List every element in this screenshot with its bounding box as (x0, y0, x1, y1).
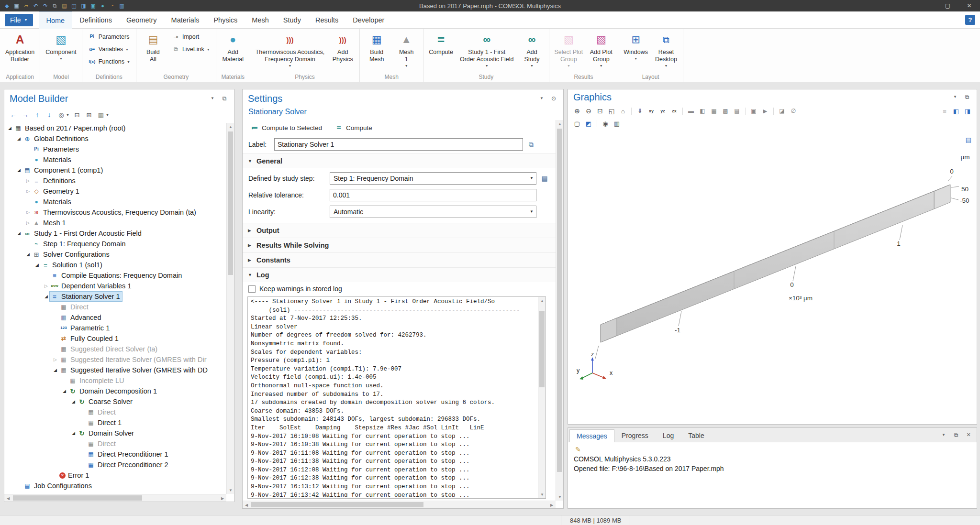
zoom-extents-button[interactable]: ◱ (606, 106, 617, 116)
model-tree-horizontal-scrollbar[interactable]: ◀ ▶ (4, 494, 226, 502)
help-button[interactable]: ? (965, 15, 975, 25)
model-tree-vertical-scrollbar[interactable]: ▲ ▼ (226, 123, 234, 494)
parameters-button[interactable]: PiParameters (85, 31, 134, 43)
add-plot-group-button[interactable]: ▧Add Plot Group▼ (587, 30, 615, 72)
import-button[interactable]: ⇥Import (168, 31, 213, 43)
functions-button[interactable]: f(x)Functions▼ (85, 56, 134, 67)
float-panel-button[interactable]: ⧉ (220, 94, 229, 103)
collapse-all-button[interactable]: ⊟ (72, 109, 82, 120)
log-vertical-scrollbar[interactable]: ▲ ▼ (538, 297, 546, 498)
tab-results[interactable]: Results (308, 11, 345, 29)
application-builder-button[interactable]: AApplication Builder (2, 30, 37, 72)
section-output[interactable]: ▶Output (243, 223, 563, 238)
nav-back-button[interactable]: ← (8, 109, 19, 120)
tree-item-coarse-solver[interactable]: ◢↻Coarse Solver (4, 396, 226, 407)
tree-item-direct-preconditioner-1[interactable]: ▦Direct Preconditioner 1 (4, 449, 226, 459)
graphics-window-icon[interactable]: ▣ (89, 2, 97, 10)
tree-item-direct-1[interactable]: ▦Direct 1 (4, 417, 226, 428)
tree-item-mesh-1[interactable]: ▷▲Mesh 1 (4, 218, 226, 228)
collapse-node-icon[interactable]: ◢ (43, 294, 50, 299)
transparency-button[interactable]: ◩ (583, 118, 594, 129)
settings-horizontal-scrollbar[interactable]: ◀ ▶ (243, 501, 556, 508)
tree-item-suggested-iterative-solver-gmres-with-dir[interactable]: ▷▦Suggested Iterative Solver (GMRES with… (4, 354, 226, 365)
tree-item-job-configurations[interactable]: ▤Job Configurations (4, 481, 226, 491)
solver-log[interactable]: <---- Stationary Solver 1 in Study 1 - F… (247, 296, 546, 499)
tab-home[interactable]: Home (39, 11, 73, 29)
tree-item-component-1-comp1[interactable]: ◢▤Component 1 (comp1) (4, 165, 226, 175)
tree-options-button[interactable]: ▦▼ (96, 109, 110, 120)
dock-left-button[interactable]: ◧ (951, 106, 961, 116)
panel-menu-button[interactable]: ▼ (939, 431, 948, 439)
tree-item-domain-solver[interactable]: ◢↻Domain Solver (4, 428, 226, 438)
tree-item-direct[interactable]: ▦Direct (4, 302, 226, 312)
redo-icon[interactable]: ↷ (41, 2, 49, 10)
settings-window-icon[interactable]: ◨ (79, 2, 88, 10)
variables-button[interactable]: a=Variables▼ (85, 44, 134, 55)
collapse-node-icon[interactable]: ◢ (15, 231, 22, 236)
progress-window-icon[interactable]: ◔ (108, 2, 116, 10)
open-icon[interactable]: ▱ (22, 2, 30, 10)
print-button[interactable]: ▥ (612, 118, 622, 129)
tree-item-domain-decomposition-1[interactable]: ◢↻Domain Decomposition 1 (4, 386, 226, 396)
tree-item-based-on-2017-paper-mph-root[interactable]: ◢▦Based on 2017 Paper.mph (root) (4, 123, 226, 133)
camera-button[interactable]: ◉ (600, 118, 611, 129)
zoom-box-button[interactable]: ⊡ (595, 106, 605, 116)
reset-desktop-button[interactable]: ⧉Reset Desktop▼ (652, 30, 680, 72)
tree-item-thermoviscous-acoustics-frequency-domain-ta[interactable]: ▷)))Thermoviscous Acoustics, Frequency D… (4, 207, 226, 218)
clip-button[interactable]: ◪ (777, 106, 787, 116)
panel-menu-button[interactable]: ▼ (208, 94, 217, 103)
pin-button[interactable]: ⊙ (549, 94, 558, 103)
label-edit-icon[interactable]: ⧉ (527, 140, 535, 149)
undo-icon[interactable]: ↶ (32, 2, 40, 10)
surface-render-button[interactable]: ▩ (720, 106, 731, 116)
windows-button[interactable]: ⊞Windows▼ (621, 30, 651, 72)
livelink-button[interactable]: ⧉LiveLink▼ (168, 44, 213, 55)
tree-item-direct[interactable]: ▦Direct (4, 438, 226, 449)
collapse-node-icon[interactable]: ◢ (24, 252, 32, 257)
label-aux-button[interactable]: ⧉ (527, 140, 535, 149)
tree-item-stationary-solver-1[interactable]: ◢=Stationary Solver 1 (4, 291, 226, 302)
add-material-window-icon[interactable]: ● (99, 2, 107, 10)
tree-item-dependent-variables-1[interactable]: ▷uvwDependent Variables 1 (4, 281, 226, 291)
tab-mesh[interactable]: Mesh (245, 11, 276, 29)
tree-item-materials[interactable]: ●Materials (4, 154, 226, 165)
component-button[interactable]: ▧Component▼ (43, 30, 79, 72)
grid-render-button[interactable]: ▤ (732, 106, 742, 116)
messages-window-icon[interactable]: ▥ (118, 2, 126, 10)
expand-node-icon[interactable]: ▷ (24, 189, 32, 194)
add-material-button[interactable]: ●Add Material (219, 30, 247, 72)
tab-developer[interactable]: Developer (345, 11, 391, 29)
tree-item-direct-preconditioner-2[interactable]: ▦Direct Preconditioner 2 (4, 459, 226, 470)
compute-button[interactable]: =Compute (331, 121, 376, 134)
scene-color-button[interactable]: ◧ (697, 106, 708, 116)
move-down-button[interactable]: ↓ (44, 109, 55, 120)
wireframe-button[interactable]: ▦ (709, 106, 719, 116)
expand-node-icon[interactable]: ▷ (24, 210, 32, 215)
tree-item-materials[interactable]: ●Materials (4, 197, 226, 207)
defined-by-study-step-select[interactable]: Step 1: Frequency Domain ▼ (330, 172, 536, 185)
select-plot-group-button[interactable]: ▧Select Plot Group▼ (552, 30, 586, 72)
study-step-link-icon[interactable]: ▤ (540, 174, 549, 183)
tree-item-geometry-1[interactable]: ▷◇Geometry 1 (4, 186, 226, 197)
comsol-app-icon[interactable]: ◆ (3, 2, 11, 10)
messages-tab-log[interactable]: Log (656, 429, 681, 442)
tree-item-error-1[interactable]: ✕Error 1 (4, 470, 226, 481)
tree-item-suggested-direct-solver-ta[interactable]: ▦Suggested Direct Solver (ta) (4, 344, 226, 354)
zoom-out-button[interactable]: ⊖ (583, 106, 594, 116)
compute-to-selected-button[interactable]: ≔Compute to Selected (246, 121, 326, 134)
plot-settings-icon[interactable]: ▤ (964, 136, 973, 144)
nav-forward-button[interactable]: → (20, 109, 31, 120)
tree-item-parametric-1[interactable]: 123Parametric 1 (4, 323, 226, 333)
tree-item-compile-equations-frequency-domain[interactable]: ≡Compile Equations: Frequency Domain (4, 270, 226, 281)
collapse-node-icon[interactable]: ◢ (70, 431, 77, 436)
build-all-button[interactable]: ▤Build All (139, 30, 167, 72)
scene-settings-button[interactable]: ≡ (939, 106, 950, 116)
messages-tab-messages[interactable]: Messages (569, 429, 614, 442)
section-general[interactable]: ▼ General (243, 153, 563, 168)
section-results-while-solving[interactable]: ▶Results While Solving (243, 238, 563, 252)
study-1-first-order-acoustic-field-button[interactable]: ∞Study 1 - First Order Acoustic Field▼ (457, 30, 517, 72)
show-hide-button[interactable]: ◎▼ (56, 109, 70, 120)
move-up-button[interactable]: ↑ (32, 109, 43, 120)
collapse-node-icon[interactable]: ◢ (33, 262, 41, 267)
zoom-in-button[interactable]: ⊕ (572, 106, 582, 116)
